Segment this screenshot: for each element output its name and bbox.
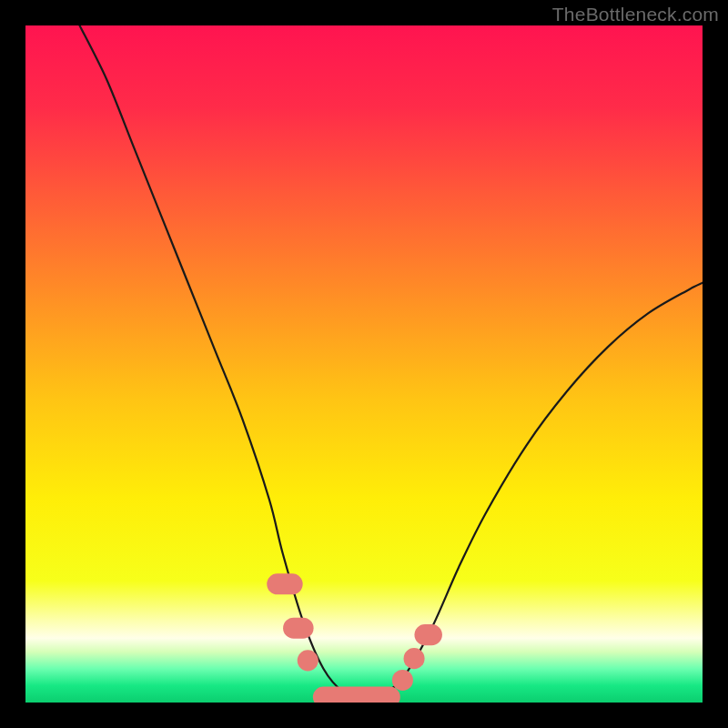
bottleneck-curve xyxy=(25,25,703,703)
svg-point-6 xyxy=(404,648,425,669)
svg-rect-7 xyxy=(414,624,442,645)
svg-rect-1 xyxy=(313,687,400,703)
svg-rect-2 xyxy=(267,573,302,594)
svg-rect-3 xyxy=(283,618,313,639)
plot-frame xyxy=(25,25,703,703)
svg-point-4 xyxy=(298,650,318,671)
watermark-text: TheBottleneck.com xyxy=(552,4,719,25)
svg-point-5 xyxy=(392,670,413,691)
